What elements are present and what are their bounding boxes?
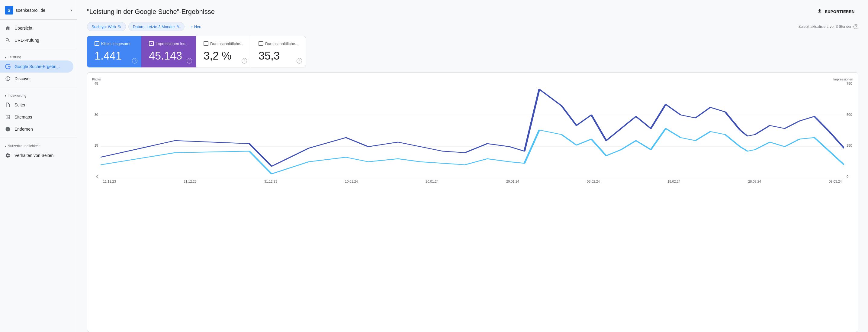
klicks-value: 1.441 [95, 50, 134, 62]
y-right-mid2: 250 [846, 144, 852, 147]
metrics-row: Klicks insgesamt 1.441 ? Impressionen in… [77, 36, 868, 67]
chart-area: Klicks Impressionen 45 30 15 0 [77, 67, 868, 332]
sidebar-label-seiten: Seiten [14, 103, 27, 107]
position-help-icon[interactable]: ? [297, 58, 302, 63]
section-leistung: ▾ Leistung [0, 51, 77, 60]
sidebar-label-verhalten: Verhalten von Seiten [14, 153, 54, 158]
sidebar-label-discover: Discover [14, 76, 31, 81]
x-label-3: 10.01.24 [345, 179, 358, 183]
sidebar-label-url-prufung: URL-Prüfung [14, 38, 39, 43]
y-left-max: 45 [95, 82, 98, 85]
klicks-label: Klicks insgesamt [95, 41, 134, 46]
section-indexierung: ▾ Indexierung [0, 90, 77, 99]
page-title: "Leistung in der Google Suche"-Ergebniss… [87, 8, 215, 16]
y-left-mid2: 15 [95, 144, 98, 147]
klicks-help-icon[interactable]: ? [132, 58, 137, 63]
x-label-6: 08.02.24 [587, 179, 600, 183]
sidebar: S soenkesproll.de ▾ Übersicht URL-Prüfun… [0, 0, 77, 332]
sidebar-label-sitemaps: Sitemaps [14, 115, 32, 119]
y-right-zero: 0 [846, 175, 848, 178]
ctr-help-icon[interactable]: ? [242, 58, 247, 63]
position-checkbox[interactable] [258, 41, 264, 46]
divider-indexierung [0, 87, 77, 87]
y-left-zero: 0 [96, 175, 98, 178]
add-filter-button[interactable]: + Neu [187, 23, 205, 31]
position-label: Durchschnittliche... [258, 41, 299, 46]
y-left-mid1: 30 [95, 113, 98, 116]
y-right-mid1: 500 [846, 113, 852, 116]
ctr-label-text: Durchschnittliche... [210, 42, 243, 46]
google-icon [5, 63, 11, 70]
divider-nutzer [0, 138, 77, 138]
chevron-indexierung-icon: ▾ [5, 94, 6, 98]
sidebar-label-google-suche: Google Suche-Ergebn... [14, 64, 60, 69]
sidebar-item-entfernen[interactable]: Entfernen [0, 123, 73, 135]
section-nutzer: ▾ Nutzerfreundlichkeit [0, 140, 77, 149]
export-button[interactable]: EXPORTIEREN [813, 6, 858, 17]
sidebar-item-seiten[interactable]: Seiten [0, 99, 73, 111]
sidebar-item-sitemaps[interactable]: Sitemaps [0, 111, 73, 123]
x-label-4: 20.01.24 [426, 179, 438, 183]
sidebar-label-ubersicht: Übersicht [14, 26, 32, 31]
sidebar-item-url-prufung[interactable]: URL-Prüfung [0, 34, 73, 46]
metric-card-impressionen[interactable]: Impressionen ins... 45.143 ? [141, 36, 196, 67]
metric-card-position[interactable]: Durchschnittliche... 35,3 ? [251, 36, 306, 67]
chart-container: Klicks Impressionen 45 30 15 0 [87, 72, 858, 332]
page-header: "Leistung in der Google Suche"-Ergebniss… [77, 0, 868, 17]
filter-date[interactable]: Datum: Letzte 3 Monate ✎ [128, 22, 185, 31]
download-icon [817, 8, 823, 15]
metric-card-ctr[interactable]: Durchschnittliche... 3,2 % ? [196, 36, 251, 67]
position-label-text: Durchschnittliche... [265, 42, 299, 46]
domain-name: soenkesproll.de [16, 8, 68, 13]
x-label-1: 21.12.23 [184, 179, 196, 183]
sidebar-label-entfernen: Entfernen [14, 127, 33, 132]
sidebar-item-ubersicht[interactable]: Übersicht [0, 22, 73, 34]
section-leistung-label: Leistung [7, 55, 21, 59]
position-value: 35,3 [258, 50, 299, 62]
export-label: EXPORTIEREN [825, 9, 855, 14]
info-icon: ? [854, 24, 858, 29]
filter-bar: Suchtyp: Web ✎ Datum: Letzte 3 Monate ✎ … [77, 17, 868, 36]
section-indexierung-label: Indexierung [7, 93, 27, 98]
remove-icon [5, 126, 11, 132]
ctr-label: Durchschnittliche... [204, 41, 243, 46]
page-icon [5, 102, 11, 108]
filter-search-type[interactable]: Suchtyp: Web ✎ [87, 22, 126, 31]
y-right-max: 750 [846, 82, 852, 85]
filter-date-label: Datum: Letzte 3 Monate [133, 25, 175, 29]
edit-search-type-icon: ✎ [118, 24, 121, 29]
klicks-label-text: Klicks insgesamt [101, 42, 130, 46]
sidebar-item-google-suche[interactable]: Google Suche-Ergebn... [0, 60, 73, 73]
divider-leistung [0, 49, 77, 49]
edit-date-icon: ✎ [176, 24, 180, 29]
ctr-value: 3,2 % [204, 50, 243, 62]
chevron-nutzer-icon: ▾ [5, 144, 6, 148]
sitemap-icon [5, 114, 11, 120]
last-updated: Zuletzt aktualisiert: vor 3 Stunden ? [799, 24, 858, 29]
x-label-7: 18.02.24 [668, 179, 680, 183]
y-right-label: Impressionen [833, 77, 853, 81]
sidebar-item-verhalten[interactable]: Verhalten von Seiten [0, 149, 73, 162]
y-left-label: Klicks [92, 77, 101, 81]
impressionen-value: 45.143 [149, 50, 188, 62]
sidebar-item-discover[interactable]: Discover [0, 73, 73, 85]
impressionen-help-icon[interactable]: ? [187, 58, 192, 63]
main-content: "Leistung in der Google Suche"-Ergebniss… [77, 0, 868, 332]
ctr-checkbox[interactable] [204, 41, 208, 46]
klicks-checkbox[interactable] [95, 41, 99, 46]
x-label-5: 29.01.24 [506, 179, 519, 183]
settings-icon [5, 153, 11, 159]
impressionen-checkbox[interactable] [149, 41, 154, 46]
metric-card-klicks[interactable]: Klicks insgesamt 1.441 ? [87, 36, 141, 67]
search-icon [5, 37, 11, 43]
domain-selector[interactable]: S soenkesproll.de ▾ [0, 4, 77, 20]
domain-icon: S [5, 6, 13, 15]
x-label-2: 31.12.23 [264, 179, 277, 183]
chevron-down-icon: ▾ [70, 8, 72, 12]
filter-search-type-label: Suchtyp: Web [92, 25, 116, 29]
section-nutzer-label: Nutzerfreundlichkeit [7, 144, 39, 148]
x-axis-labels: 11.12.23 21.12.23 31.12.23 10.01.24 20.0… [92, 178, 853, 183]
x-label-9: 09.03.24 [829, 179, 842, 183]
x-label-0: 11.12.23 [103, 179, 116, 183]
chevron-leistung-icon: ▾ [5, 56, 6, 59]
